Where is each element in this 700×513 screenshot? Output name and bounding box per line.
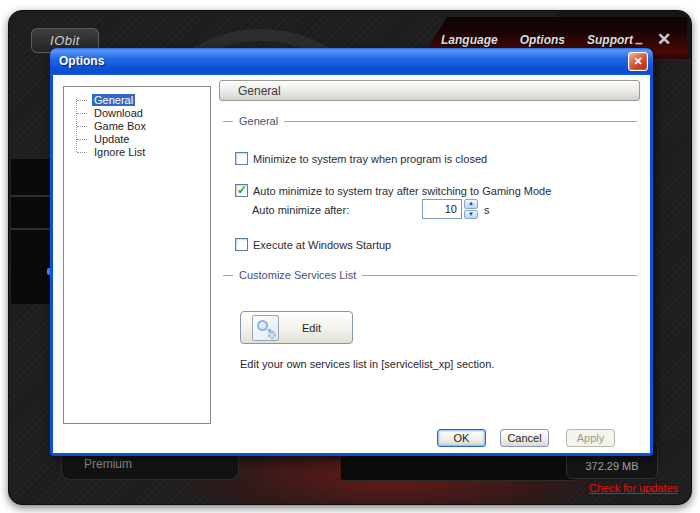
auto-minimize-seconds-input[interactable] <box>422 199 462 219</box>
left-panel-strip <box>11 159 53 304</box>
bottom-status-bar <box>341 452 577 481</box>
options-dialog: Options ✕ General Download Game Box Upda… <box>50 48 653 456</box>
dialog-titlebar[interactable]: Options ✕ <box>50 48 653 75</box>
checkbox-row-windows-startup: Execute at Windows Startup <box>235 238 391 251</box>
menu-options[interactable]: Options <box>520 33 565 47</box>
cancel-button[interactable]: Cancel <box>500 429 549 447</box>
seconds-spinner: ▲ ▼ <box>464 199 478 219</box>
tree-item-game-box[interactable]: Game Box <box>72 120 210 133</box>
checkbox-row-auto-minimize: Auto minimize to system tray after switc… <box>235 184 551 197</box>
ok-button[interactable]: OK <box>437 429 486 447</box>
dialog-title: Options <box>59 54 104 68</box>
spin-up-icon[interactable]: ▲ <box>464 199 478 209</box>
group-label-customize-services: Customize Services List <box>223 269 637 281</box>
dialog-body: General Download Game Box Update Ignore … <box>53 75 650 453</box>
auto-minimize-checkbox[interactable] <box>235 184 248 197</box>
dialog-close-icon[interactable]: ✕ <box>628 52 648 71</box>
checkbox-label: Auto minimize to system tray after switc… <box>253 185 551 197</box>
checkbox-label: Execute at Windows Startup <box>253 239 391 251</box>
panel-header: General <box>219 80 640 101</box>
checkbox-label: Minimize to system tray when program is … <box>253 153 487 165</box>
minimize-on-close-checkbox[interactable] <box>235 152 248 165</box>
seconds-unit-label: s <box>484 204 490 216</box>
tree-item-download[interactable]: Download <box>72 107 210 120</box>
strip-divider <box>11 228 53 230</box>
tree-item-general[interactable]: General <box>72 94 210 107</box>
edit-button-label: Edit <box>279 322 352 334</box>
spin-down-icon[interactable]: ▼ <box>464 210 478 220</box>
options-category-tree: General Download Game Box Update Ignore … <box>63 86 211 424</box>
tree-item-ignore-list[interactable]: Ignore List <box>72 146 210 159</box>
tree-item-update[interactable]: Update <box>72 133 210 146</box>
strip-divider <box>11 195 53 197</box>
checkbox-row-minimize-on-close: Minimize to system tray when program is … <box>235 152 487 165</box>
menu-support[interactable]: Support <box>587 33 633 47</box>
close-icon[interactable]: ✕ <box>657 29 671 50</box>
edit-services-button[interactable]: Edit <box>240 311 353 344</box>
group-label-general: General <box>223 115 637 127</box>
windows-startup-checkbox[interactable] <box>235 238 248 251</box>
check-for-updates-link[interactable]: Check for updates <box>589 482 678 494</box>
apply-button[interactable]: Apply <box>566 429 615 447</box>
menu-language[interactable]: Language <box>441 33 498 47</box>
app-menu: Language Options Support <box>441 33 621 47</box>
edit-services-caption: Edit your own services list in [servicel… <box>240 358 494 370</box>
auto-minimize-after-label: Auto minimize after: <box>252 204 349 216</box>
magnifier-gear-icon <box>252 315 279 341</box>
